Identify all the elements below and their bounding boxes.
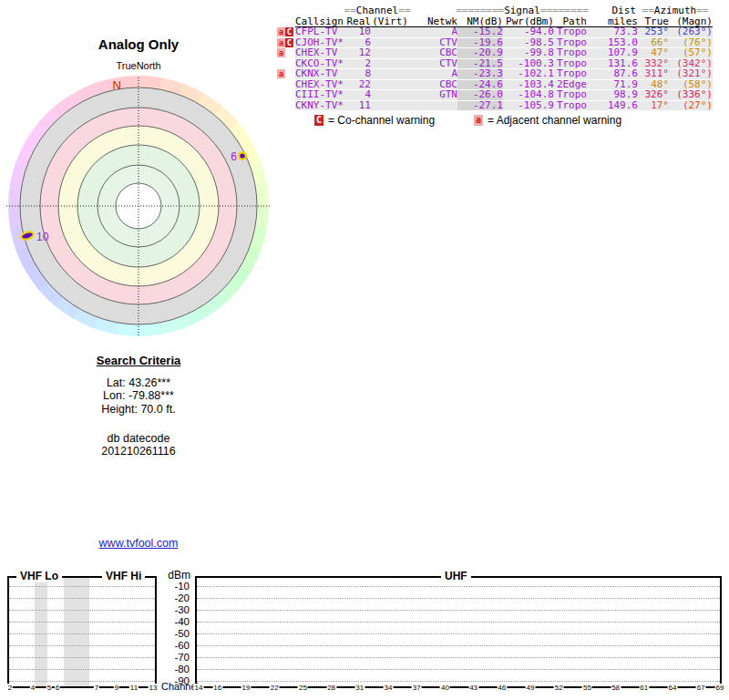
- path-cell: Tropo: [554, 101, 587, 111]
- site-link-wrap: www.tvfool.com: [47, 537, 230, 550]
- uhf-channel-tick: 37: [412, 684, 422, 692]
- vhf-channel-tick: 6: [55, 684, 60, 692]
- uhf-channel-tick: 55: [582, 684, 592, 692]
- power-cell: -94.0: [503, 27, 554, 37]
- power-cell: -99.8: [503, 48, 554, 58]
- real-channel-cell: 4: [346, 90, 371, 100]
- latitude-value: Lat: 43.26***: [47, 376, 230, 390]
- marker-label-ch10: 10: [36, 231, 49, 243]
- co-channel-legend-text: = Co-channel warning: [328, 114, 435, 127]
- virt-channel-cell: [371, 80, 408, 90]
- real-channel-cell: 8: [346, 69, 371, 79]
- co-channel-warning-badge: C: [285, 38, 293, 47]
- uhf-channel-tick: 58: [611, 684, 621, 692]
- vhf-lo-label: VHF Lo: [16, 570, 62, 582]
- warning-badges: [273, 59, 295, 69]
- tvfool-link[interactable]: www.tvfool.com: [99, 537, 179, 550]
- noise-margin-cell: -26.0: [457, 90, 503, 100]
- warning-badges: [273, 101, 295, 111]
- search-criteria-title: Search Criteria: [47, 355, 230, 368]
- vhf-gap-band: [35, 578, 47, 686]
- noise-margin-cell: -27.1: [457, 101, 503, 111]
- azimuth-true-cell: 253°: [638, 27, 669, 37]
- adjacent-channel-warning-badge: a: [277, 48, 285, 57]
- virt-channel-cell: [371, 69, 408, 79]
- noise-margin-cell: -20.9: [457, 48, 503, 58]
- warning-badges: aC: [273, 27, 295, 37]
- azimuth-magn-cell: (336°): [669, 90, 713, 100]
- vhf-channel-tick: 9: [114, 684, 119, 692]
- dbm-tick-label: -20: [174, 592, 190, 603]
- col-virt: (Virt): [371, 16, 408, 27]
- adjacent-channel-legend: a = Adjacent channel warning: [474, 114, 621, 127]
- co-channel-badge: C: [314, 115, 323, 126]
- uhf-label: UHF: [441, 570, 471, 582]
- dbm-tick-label: -10: [174, 581, 190, 592]
- uhf-channel-tick: 52: [554, 684, 564, 692]
- adjacent-channel-warning-badge: a: [277, 69, 285, 78]
- channel-axis-title: Channel: [161, 681, 196, 693]
- azimuth-true-cell: 47°: [638, 48, 669, 58]
- real-channel-cell: 11: [346, 101, 371, 111]
- signal-group-header: ========Signal========: [457, 5, 587, 16]
- network-cell: A: [408, 27, 457, 37]
- network-cell: [408, 101, 457, 111]
- uhf-channel-tick: 19: [241, 684, 252, 692]
- path-cell: Tropo: [554, 27, 587, 37]
- dbm-gridline: [9, 681, 155, 682]
- dbm-gridline: [197, 669, 720, 670]
- uhf-chart-box: 1416192225283134374043464952555861646769: [195, 576, 722, 688]
- uhf-channel-tick: 31: [354, 684, 364, 692]
- adjacent-channel-warning-badge: a: [277, 38, 285, 47]
- dbm-gridline: [9, 633, 155, 634]
- db-datecode: db datecode 201210261116: [47, 432, 230, 458]
- vhf-hi-label: VHF Hi: [102, 570, 145, 582]
- dbm-tick-label: -70: [174, 652, 190, 663]
- warning-badges: aC: [273, 38, 295, 48]
- noise-margin-cell: -23.3: [457, 69, 503, 79]
- vhf-channel-tick: 7: [94, 684, 99, 692]
- vhf-channel-tick: 5: [46, 684, 52, 692]
- azimuth-magn-cell: (263°): [669, 27, 713, 37]
- station-rows: aCCFPL-TV10A-15.2-94.0Tropo73.3253°(263°…: [273, 27, 713, 110]
- north-indicator: N: [113, 78, 121, 92]
- dbm-gridline: [197, 633, 720, 634]
- network-cell: GTN: [408, 90, 457, 100]
- azimuth-magn-cell: (57°): [669, 48, 713, 58]
- co-channel-legend: C = Co-channel warning: [314, 114, 435, 127]
- dist-group-header: Dist: [587, 5, 638, 16]
- uhf-channel-tick: 22: [270, 684, 280, 692]
- virt-channel-cell: [371, 27, 408, 37]
- uhf-channel-tick: 64: [668, 684, 678, 692]
- power-cell: -104.8: [503, 90, 554, 100]
- channel-group-header: ==Channel==: [346, 5, 408, 16]
- path-cell: Tropo: [554, 69, 587, 79]
- dbm-gridline: [197, 586, 720, 587]
- virt-channel-cell: [371, 38, 408, 48]
- dbm-gridline: [9, 669, 155, 670]
- virt-channel-cell: [371, 90, 408, 100]
- dbm-tick-label: -60: [174, 640, 190, 651]
- table-row: aCKNX-TV8A-23.3-102.1Tropo87.6311°(321°): [273, 69, 713, 79]
- network-cell: A: [408, 69, 457, 79]
- dbm-gridline: [9, 622, 155, 623]
- dbm-gridline: [9, 586, 155, 587]
- power-cell: -105.9: [503, 101, 554, 111]
- warning-badges: a: [273, 69, 295, 79]
- callsign-cell: CFPL-TV: [295, 27, 346, 37]
- real-channel-cell: 10: [346, 27, 371, 37]
- power-cell: -102.1: [503, 69, 554, 79]
- vhf-channel-tick: 11: [129, 684, 139, 692]
- warning-badges: [273, 80, 295, 90]
- warning-badges: [273, 90, 295, 100]
- uhf-channel-tick: 61: [639, 684, 649, 692]
- fm-band: [64, 578, 89, 686]
- callsign-cell: CHEX-TV: [295, 48, 346, 58]
- path-cell: Tropo: [554, 48, 587, 58]
- dbm-tick-label: -40: [174, 616, 190, 627]
- uhf-channel-tick: 43: [468, 684, 478, 692]
- adjacent-channel-badge: a: [474, 115, 483, 126]
- dbm-gridline: [197, 681, 720, 682]
- uhf-channel-tick: 28: [326, 684, 336, 692]
- dbm-gridline: [197, 598, 720, 599]
